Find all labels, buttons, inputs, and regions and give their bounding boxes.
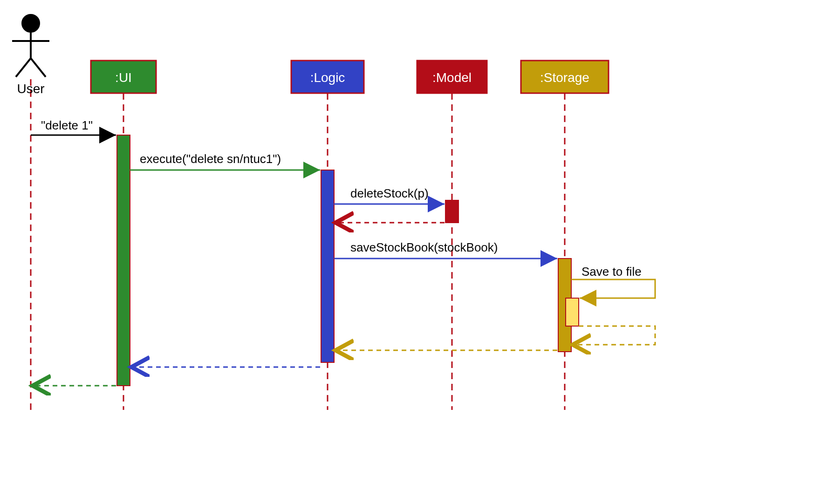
msg-logic-to-storage-label: saveStockBook(stockBook) <box>350 240 498 254</box>
activation-ui <box>117 135 130 386</box>
participant-logic: :Logic <box>291 61 364 93</box>
participant-model: :Model <box>417 61 487 93</box>
msg-user-to-ui-label: "delete 1" <box>41 118 93 132</box>
activation-storage-self <box>566 298 579 326</box>
svg-point-5 <box>22 15 39 32</box>
participant-ui-label: :UI <box>115 70 132 85</box>
activation-model <box>445 200 458 223</box>
msg-storage-self-call <box>571 279 655 298</box>
actor-user <box>12 15 49 77</box>
participant-model-label: :Model <box>432 70 472 85</box>
msg-logic-to-model-label: deleteStock(p) <box>350 186 429 200</box>
activation-logic <box>321 170 334 362</box>
svg-line-9 <box>31 58 46 77</box>
participant-logic-label: :Logic <box>310 70 345 85</box>
participant-ui: :UI <box>91 61 156 93</box>
svg-line-8 <box>16 58 31 77</box>
actor-label: User <box>17 82 44 96</box>
participant-storage-label: :Storage <box>540 70 589 85</box>
return-storage-self <box>573 326 655 345</box>
msg-storage-self-label: Save to file <box>582 265 642 279</box>
sequence-diagram: User :UI :Logic :Model :Storage "delete … <box>0 0 821 504</box>
participant-storage: :Storage <box>521 61 609 93</box>
msg-ui-to-logic-label: execute("delete sn/ntuc1") <box>140 152 281 166</box>
